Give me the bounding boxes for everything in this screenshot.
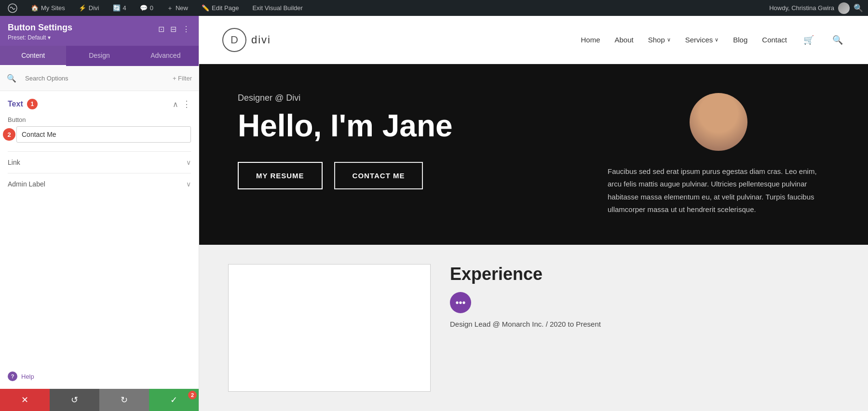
hero-left: Designer @ Divi Hello, I'm Jane MY RESUM… bbox=[238, 93, 453, 189]
button-text-input[interactable] bbox=[16, 126, 191, 143]
hero-avatar bbox=[690, 93, 747, 151]
divi-icon: ⚡ bbox=[79, 4, 86, 12]
text-section-badge: 1 bbox=[27, 99, 38, 109]
hero-section: Designer @ Divi Hello, I'm Jane MY RESUM… bbox=[199, 64, 868, 245]
below-left-card bbox=[228, 264, 431, 392]
contact-me-button[interactable]: CONTACT ME bbox=[334, 162, 423, 189]
tab-advanced[interactable]: Advanced bbox=[133, 46, 199, 66]
avatar-image bbox=[690, 93, 747, 151]
button-input-wrap: 2 bbox=[8, 126, 191, 143]
exit-builder-button[interactable]: Exit Visual Builder bbox=[249, 0, 306, 16]
tab-design[interactable]: Design bbox=[66, 46, 132, 66]
tab-content[interactable]: Content bbox=[0, 46, 66, 66]
admin-label-accordion: Admin Label ∨ bbox=[8, 173, 191, 195]
pencil-icon: ✏️ bbox=[202, 4, 209, 12]
comment-icon: 🔄 bbox=[113, 4, 121, 12]
edit-page-button[interactable]: ✏️ Edit Page bbox=[199, 0, 242, 16]
home-icon: 🏠 bbox=[31, 4, 39, 12]
nav-contact[interactable]: Contact bbox=[762, 36, 787, 44]
new-button[interactable]: ＋ New bbox=[164, 0, 191, 16]
wp-logo-button[interactable] bbox=[5, 0, 20, 16]
logo-circle: D bbox=[222, 28, 246, 52]
below-right-content: Experience ••• Design Lead @ Monarch Inc… bbox=[450, 264, 839, 392]
link-chevron-icon: ∨ bbox=[186, 159, 191, 166]
panel-header-icons: ⊡ ⊟ ⋮ bbox=[157, 24, 191, 35]
step2-badge: 2 bbox=[3, 128, 15, 141]
user-avatar bbox=[838, 2, 850, 14]
experience-title: Experience bbox=[450, 264, 839, 284]
hero-title: Hello, I'm Jane bbox=[238, 109, 453, 143]
section-text-title: Text bbox=[8, 100, 23, 108]
panel-header: Button Settings Preset: Default ▾ ⊡ ⊟ ⋮ bbox=[0, 16, 199, 46]
shop-dropdown-icon: ∨ bbox=[667, 37, 671, 43]
more-options-button[interactable]: ⋮ bbox=[181, 24, 191, 35]
hero-description: Faucibus sed sed erat ipsum purus egesta… bbox=[608, 165, 829, 216]
comments-button[interactable]: 🔄 4 bbox=[110, 0, 129, 16]
search-admin-icon[interactable]: 🔍 bbox=[854, 3, 863, 13]
hero-right: Faucibus sed sed erat ipsum purus egesta… bbox=[608, 93, 829, 216]
admin-label-text: Admin Label bbox=[8, 180, 45, 188]
nav-services[interactable]: Services ∨ bbox=[685, 36, 719, 44]
services-dropdown-icon: ∨ bbox=[715, 37, 719, 43]
collapse-button[interactable]: ∧ bbox=[173, 100, 178, 109]
plus-icon: ＋ bbox=[167, 4, 173, 13]
experience-icon: ••• bbox=[450, 292, 471, 313]
hero-buttons: MY RESUME CONTACT ME bbox=[238, 162, 453, 189]
link-accordion: Link ∨ bbox=[8, 151, 191, 173]
fullscreen-button[interactable]: ⊡ bbox=[157, 24, 165, 35]
experience-item: Design Lead @ Monarch Inc. / 2020 to Pre… bbox=[450, 320, 839, 328]
filter-button[interactable]: + Filter bbox=[173, 75, 192, 82]
cancel-button[interactable]: ✕ bbox=[0, 389, 50, 411]
cart-button[interactable]: 🛒 bbox=[801, 33, 816, 47]
panel-bottom-bar: ✕ ↺ ↻ ✓ 2 bbox=[0, 389, 199, 411]
save-button[interactable]: ✓ 2 bbox=[149, 389, 199, 411]
panel-body: Text 1 ∧ ⋮ Button 2 bbox=[0, 91, 199, 364]
text-section-header: Text 1 ∧ ⋮ bbox=[8, 99, 191, 109]
section-more-button[interactable]: ⋮ bbox=[182, 99, 191, 109]
admin-label-accordion-header[interactable]: Admin Label ∨ bbox=[8, 180, 191, 188]
nav-shop[interactable]: Shop ∨ bbox=[648, 36, 671, 44]
help-section[interactable]: ? Help bbox=[0, 364, 199, 389]
resume-button[interactable]: MY RESUME bbox=[238, 162, 323, 189]
panel-tabs: Content Design Advanced bbox=[0, 46, 199, 66]
button-field-label: Button bbox=[8, 116, 191, 123]
split-button[interactable]: ⊟ bbox=[169, 24, 177, 35]
redo-button[interactable]: ↻ bbox=[99, 389, 149, 411]
link-accordion-header[interactable]: Link ∨ bbox=[8, 159, 191, 166]
hero-subtitle: Designer @ Divi bbox=[238, 93, 453, 103]
button-field-group: Button 2 bbox=[8, 116, 191, 143]
nav-about[interactable]: About bbox=[614, 36, 633, 44]
wp-admin-bar: 🏠 My Sites ⚡ Divi 🔄 4 💬 0 ＋ New ✏️ Edit … bbox=[0, 0, 868, 16]
nav-blog[interactable]: Blog bbox=[733, 36, 747, 44]
search-nav-button[interactable]: 🔍 bbox=[830, 33, 845, 47]
logo-text: divi bbox=[251, 34, 271, 46]
preview-area: D divi Home About Shop ∨ Services ∨ bbox=[199, 16, 868, 411]
preset-selector[interactable]: Preset: Default ▾ bbox=[8, 34, 72, 41]
site-logo: D divi bbox=[222, 28, 271, 52]
undo-button[interactable]: ↺ bbox=[50, 389, 99, 411]
bubble-icon: 💬 bbox=[140, 4, 148, 12]
link-label: Link bbox=[8, 159, 20, 166]
help-icon: ? bbox=[8, 371, 17, 381]
divi-button[interactable]: ⚡ Divi bbox=[76, 0, 102, 16]
nav-home[interactable]: Home bbox=[581, 36, 600, 44]
search-bar: 🔍 + Filter bbox=[0, 66, 199, 91]
save-count-badge: 2 bbox=[188, 391, 197, 399]
site-nav: D divi Home About Shop ∨ Services ∨ bbox=[199, 16, 868, 64]
admin-label-chevron-icon: ∨ bbox=[186, 180, 191, 188]
button-settings-panel: Button Settings Preset: Default ▾ ⊡ ⊟ ⋮ … bbox=[0, 16, 199, 411]
comment2-button[interactable]: 💬 0 bbox=[137, 0, 156, 16]
search-options-input[interactable] bbox=[20, 71, 169, 86]
site-nav-links: Home About Shop ∨ Services ∨ Blog Contac bbox=[581, 33, 845, 47]
panel-title: Button Settings bbox=[8, 23, 72, 33]
my-sites-button[interactable]: 🏠 My Sites bbox=[28, 0, 68, 16]
search-icon: 🔍 bbox=[7, 74, 16, 83]
below-fold-section: Experience ••• Design Lead @ Monarch Inc… bbox=[199, 245, 868, 411]
user-info: Howdy, Christina Gwira 🔍 bbox=[769, 2, 863, 14]
